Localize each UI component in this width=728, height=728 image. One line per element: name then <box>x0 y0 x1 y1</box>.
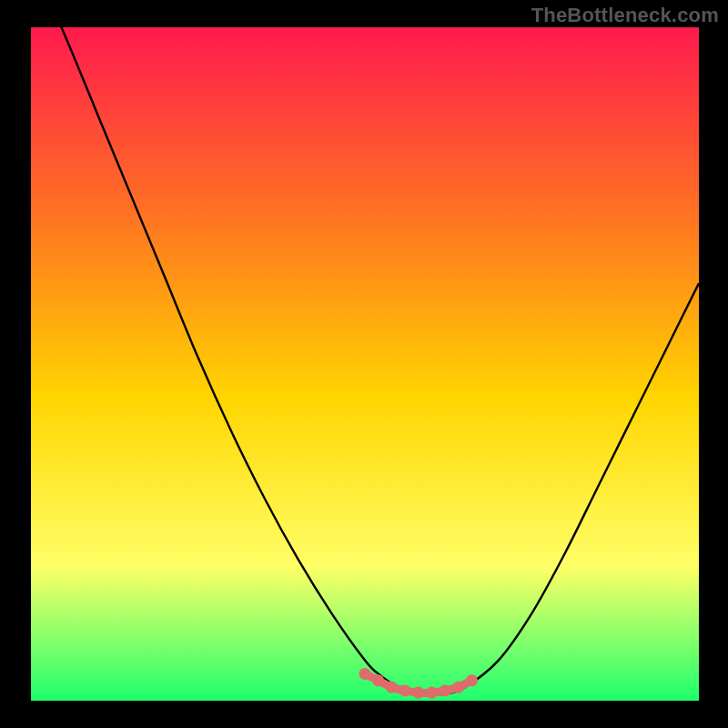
marker-dot <box>466 674 478 686</box>
marker-dot <box>452 682 464 693</box>
marker-dot <box>372 674 384 686</box>
bottleneck-chart <box>0 0 728 728</box>
marker-dot <box>386 682 398 693</box>
chart-frame: TheBottleneck.com <box>0 0 728 728</box>
marker-dot <box>426 687 438 699</box>
marker-dot <box>399 684 411 696</box>
gradient-background <box>31 27 699 701</box>
marker-dot <box>412 687 424 699</box>
marker-dot <box>440 684 451 696</box>
marker-dot <box>359 668 371 680</box>
